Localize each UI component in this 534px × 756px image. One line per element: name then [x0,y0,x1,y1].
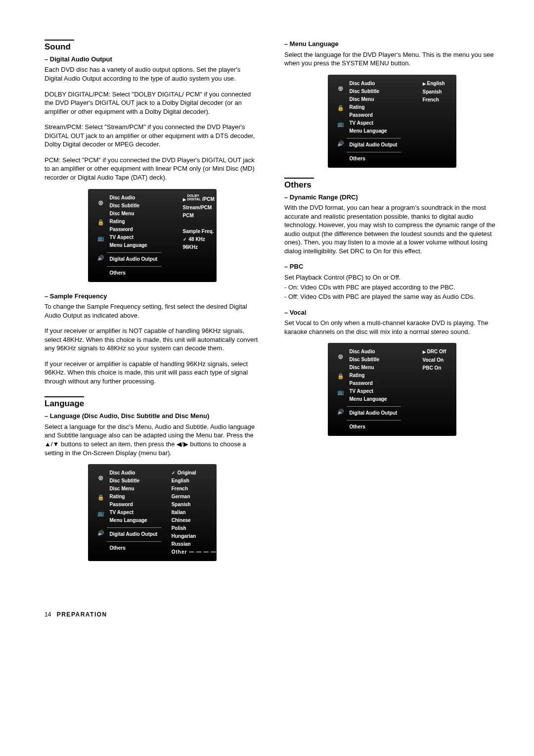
disc-icon: ◎ [97,199,105,207]
tv-icon: 📺 [97,510,105,518]
lock-icon: 🔒 [97,494,105,502]
footer: 14 PREPARATION [44,611,499,618]
menu-right: Original English French German Spanish I… [168,469,217,556]
menu-left: ◎ 🔒 📺 🔊 Disc Audio Disc Subtitle Disc Me… [88,469,168,556]
right-column: Menu Language Select the language for th… [284,40,499,571]
para: Stream/PCM: Select "Stream/PCM" if you c… [44,123,260,149]
menu-left: ◎ 🔒 📺 🔊 Disc Audio Disc Subtitle Disc Me… [328,348,419,431]
rule [44,396,84,397]
tv-icon: 📺 [97,235,105,242]
sub-digital-audio: Digital Audio Output [44,55,260,64]
disc-icon: ◎ [337,85,345,93]
rule [44,40,74,41]
sub-pbc: PBC [284,262,499,271]
para: Select a language for the disc's Menu, A… [44,423,260,457]
tv-icon: 📺 [337,120,345,128]
tv-icon: 📺 [337,388,345,396]
page: Sound Digital Audio Output Each DVD disc… [44,40,499,571]
para: With the DVD format, you can hear a prog… [284,203,499,255]
rule [284,178,314,179]
osd-menu-audio: ◎ 🔒 📺 🔊 Disc Audio Disc Subtitle Disc Me… [88,189,217,282]
menu-left: ◎ 🔒 📺 🔊 Disc Audio Disc Subtitle Disc Me… [328,80,419,163]
para: - Off: Video CDs with PBC are played the… [284,292,499,301]
lock-icon: 🔒 [97,219,105,227]
speaker-icon: 🔊 [337,140,345,148]
sub-drc: Dynamic Range (DRC) [284,193,499,202]
sub-sample-freq: Sample Frequency [44,292,260,301]
para: Select the language for the DVD Player's… [284,50,499,68]
page-number: 14 [44,611,51,618]
para: Each DVD disc has a variety of audio out… [44,65,260,83]
heading-sound: Sound [44,42,260,53]
sub-menu-language: Menu Language [284,40,499,48]
speaker-icon: 🔊 [97,529,105,537]
lock-icon: 🔒 [337,104,345,112]
para: PCM: Select "PCM" if you connected the D… [44,156,260,182]
menu-left: ◎ 🔒 📺 🔊 Disc Audio Disc Subtitle Disc Me… [88,194,179,277]
heading-others: Others [284,180,499,191]
footer-label: PREPARATION [57,611,107,618]
menu-right: DOLBYDIGITAL /PCM Stream/PCM PCM Sample … [179,194,217,277]
sub-vocal: Vocal [284,308,499,317]
disc-icon: ◎ [337,353,345,361]
heading-language: Language [44,398,260,410]
lock-icon: 🔒 [337,373,345,380]
para: Set Vocal to On only when a multi-channe… [284,319,499,336]
menu-right: DRC Off Vocal On PBC On [419,348,456,431]
para: To change the Sample Frequency setting, … [44,302,260,320]
para: If your receiver or amplifier is capable… [44,360,260,386]
left-column: Sound Digital Audio Output Each DVD disc… [44,40,260,571]
menu-right: English Spanish French [419,80,456,163]
para: DOLBY DIGITAL/PCM: Select "DOLBY DIGITAL… [44,90,260,116]
osd-menu-language: ◎ 🔒 📺 🔊 Disc Audio Disc Subtitle Disc Me… [88,464,217,561]
speaker-icon: 🔊 [337,408,345,416]
para: If your receiver or amplifier is NOT cap… [44,327,260,353]
para: - On: Video CDs with PBC are played acco… [284,283,499,292]
disc-icon: ◎ [97,474,105,482]
speaker-icon: 🔊 [97,254,105,262]
sub-language-disc: Language (Disc Audio, Disc Subtitle and … [44,412,260,421]
para: Set Playback Control (PBC) to On or Off. [284,273,499,282]
osd-menu-others: ◎ 🔒 📺 🔊 Disc Audio Disc Subtitle Disc Me… [328,343,456,436]
osd-menu-menulang: ◎ 🔒 📺 🔊 Disc Audio Disc Subtitle Disc Me… [328,75,456,168]
